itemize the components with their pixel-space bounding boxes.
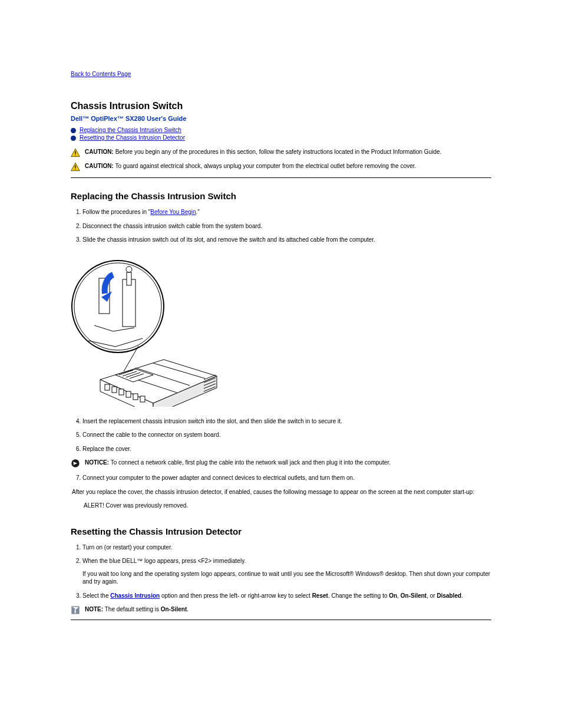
step: Replace the cover. (82, 445, 491, 453)
step-text: When the blue DELL™ logo appears, press … (82, 558, 246, 564)
svg-rect-4 (75, 165, 75, 168)
svg-rect-25 (105, 384, 110, 390)
toc-item-replace: Replacing the Chassis Intrusion Switch (71, 127, 491, 133)
page-title: Chassis Intrusion Switch (71, 101, 491, 111)
step: When the blue DELL™ logo appears, press … (82, 557, 491, 586)
svg-rect-26 (112, 387, 117, 393)
chassis-intrusion-switch-illustration (71, 255, 218, 407)
svg-rect-28 (126, 391, 131, 397)
svg-point-11 (126, 266, 132, 272)
svg-rect-1 (75, 151, 75, 154)
note-default: On-Silent (161, 606, 187, 612)
step: Disconnect the chassis intrusion switch … (82, 222, 491, 230)
step: Connect the cable to the connector on sy… (82, 431, 491, 439)
bullet-icon (71, 136, 76, 141)
step-text: Follow the procedures in " (82, 209, 150, 215)
step-text: option and then press the left- or right… (160, 592, 312, 599)
step: Turn on (or restart) your computer. (82, 543, 491, 552)
chassis-intrusion-option-link[interactable]: Chassis Intrusion (110, 592, 160, 599)
caution-text: Before you begin any of the procedures i… (115, 149, 442, 155)
caution-label: CAUTION: (85, 163, 114, 169)
svg-point-6 (72, 261, 164, 353)
toc-item-reset: Resetting the Chassis Intrusion Detector (71, 134, 491, 141)
svg-rect-29 (133, 394, 138, 400)
note-text: The default setting is (105, 606, 161, 612)
step-text-suffix: ." (196, 209, 200, 215)
option-reset: Reset (312, 592, 328, 599)
after-cover-text: After you replace the cover, the chassis… (71, 488, 491, 496)
notice-1: NOTICE: To connect a network cable, firs… (71, 459, 491, 468)
svg-rect-27 (119, 389, 124, 395)
divider (71, 177, 491, 178)
step-text: Select the (82, 592, 110, 599)
heading-reset: Resetting the Chassis Intrusion Detector (71, 526, 491, 536)
sep: , or (427, 592, 437, 599)
step: Insert the replacement chassis intrusion… (82, 417, 491, 426)
svg-rect-9 (123, 279, 135, 327)
note-suffix: . (187, 606, 189, 612)
svg-rect-2 (75, 154, 75, 155)
step: Follow the procedures in "Before You Beg… (82, 208, 491, 216)
option-on: On (389, 592, 397, 599)
note-icon (71, 605, 80, 615)
dot: . (461, 592, 463, 599)
caution-2: CAUTION: To guard against electrical sho… (71, 162, 491, 172)
svg-rect-10 (127, 272, 131, 285)
caution-icon (71, 162, 80, 172)
step: Connect your computer to the power adapt… (82, 474, 491, 482)
caution-text: To guard against electrical shock, alway… (115, 163, 416, 169)
step-text: . Change the setting to (328, 592, 389, 599)
notice-text: To connect a network cable, first plug t… (111, 459, 391, 466)
step: Slide the chassis intrusion switch out o… (82, 236, 491, 244)
svg-rect-5 (75, 169, 75, 169)
notice-icon (71, 459, 80, 468)
alert-message: ALERT! Cover was previously removed. (82, 502, 491, 510)
step: Select the Chassis Intrusion option and … (82, 592, 491, 600)
toc-link-reset[interactable]: Resetting the Chassis Intrusion Detector (80, 134, 185, 141)
svg-rect-30 (140, 396, 145, 402)
back-to-contents-link[interactable]: Back to Contents Page (71, 71, 131, 77)
svg-rect-36 (75, 610, 76, 614)
step-text: If you wait too long and the operating s… (82, 571, 490, 585)
note-label: NOTE: (85, 606, 103, 612)
divider (71, 620, 491, 620)
toc-link-replace[interactable]: Replacing the Chassis Intrusion Switch (80, 127, 181, 133)
caution-1: CAUTION: Before you begin any of the pro… (71, 148, 491, 157)
before-you-begin-link[interactable]: Before You Begin (150, 209, 196, 215)
option-on-silent: On-Silent (401, 592, 427, 599)
option-disabled: Disabled (437, 592, 461, 599)
caution-icon (71, 148, 80, 157)
notice-label: NOTICE: (85, 459, 109, 466)
bullet-icon (71, 128, 76, 133)
guide-subtitle: Dell™ OptiPlex™ SX280 User's Guide (71, 115, 491, 122)
caution-label: CAUTION: (85, 149, 114, 155)
heading-replace: Replacing the Chassis Intrusion Switch (71, 191, 491, 201)
note-1: NOTE: The default setting is On-Silent. (71, 605, 491, 615)
